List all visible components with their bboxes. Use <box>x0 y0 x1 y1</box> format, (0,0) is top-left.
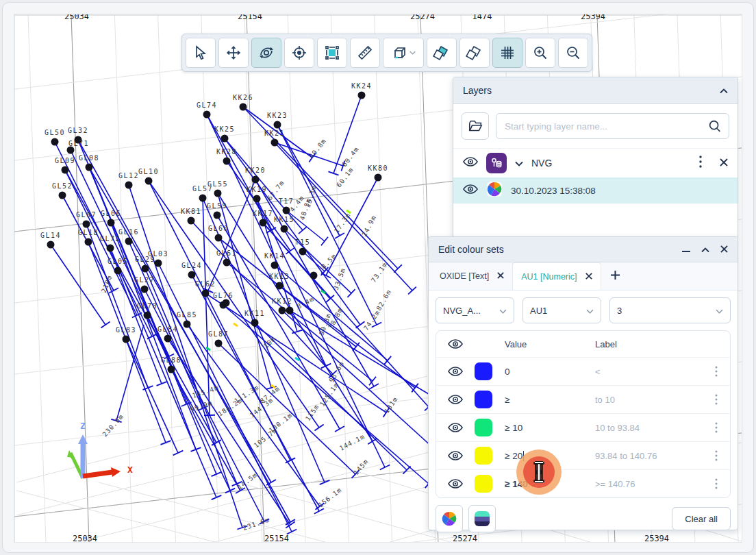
svg-text:GL27: GL27 <box>134 276 155 284</box>
kebab-menu-icon[interactable] <box>703 478 730 489</box>
row-label[interactable]: to 10 <box>595 395 703 405</box>
dropdown-value: AU1 <box>530 306 547 316</box>
gradient-colours-button[interactable] <box>468 505 496 532</box>
svg-text:25034: 25034 <box>73 534 97 543</box>
svg-text:GL06: GL06 <box>101 210 121 217</box>
label-column-header: Label <box>595 339 703 349</box>
collapse-chevron-icon[interactable] <box>701 243 709 256</box>
row-label[interactable]: 10 to 93.84 <box>595 423 703 433</box>
svg-text:145m: 145m <box>352 458 370 477</box>
svg-text:KK24: KK24 <box>351 82 372 90</box>
orbit-tool-button[interactable] <box>251 38 281 68</box>
planes-tool-button[interactable] <box>459 38 490 68</box>
layer-group-row-nvg[interactable]: NVG <box>453 148 738 177</box>
svg-text:GL24: GL24 <box>181 262 202 269</box>
svg-text:25034: 25034 <box>64 14 89 21</box>
open-layer-folder-button[interactable] <box>462 112 489 140</box>
layer-item-row-selected[interactable]: 30.10.2023 15:38:08 <box>453 177 738 204</box>
visibility-eye-icon[interactable] <box>436 338 475 349</box>
edit-colour-sets-panel: Edit colour sets OXIDE [Text] AU1 [Numer… <box>428 236 738 530</box>
colour-swatch[interactable] <box>475 391 505 408</box>
row-value-input[interactable]: 0 <box>505 367 595 377</box>
svg-text:GL08: GL08 <box>79 154 99 162</box>
zoom-in-tool-button[interactable] <box>525 38 555 68</box>
visibility-eye-icon[interactable] <box>436 478 475 489</box>
kebab-menu-icon[interactable] <box>703 422 730 433</box>
svg-text:GL16: GL16 <box>118 228 139 236</box>
minimize-icon[interactable] <box>682 243 690 256</box>
visibility-eye-icon[interactable] <box>463 156 478 170</box>
tab-oxide-text[interactable]: OXIDE [Text] <box>431 262 512 290</box>
grid-tool-button[interactable] <box>492 38 522 68</box>
colour-swatch[interactable] <box>475 475 505 493</box>
svg-text:GL07: GL07 <box>76 211 97 219</box>
svg-text:24.9m: 24.9m <box>360 214 377 238</box>
attribute-dropdown[interactable]: AU1 <box>522 297 601 323</box>
svg-text:74.2m: 74.2m <box>362 308 381 332</box>
visibility-eye-icon[interactable] <box>436 422 475 433</box>
svg-text:KK20: KK20 <box>245 166 266 174</box>
svg-text:GL05: GL05 <box>108 258 128 265</box>
row-label[interactable]: < <box>595 367 703 377</box>
svg-text:GL62: GL62 <box>195 280 216 288</box>
svg-text:GL60: GL60 <box>208 225 229 232</box>
kebab-menu-icon[interactable] <box>690 156 711 171</box>
row-label[interactable]: >= 140.76 <box>595 479 703 489</box>
colour-swatch[interactable] <box>475 447 505 465</box>
zoom-out-tool-button[interactable] <box>558 38 588 68</box>
row-value-input[interactable]: ≥ <box>505 395 595 405</box>
svg-text:GL32: GL32 <box>68 127 88 134</box>
chevron-down-icon <box>706 306 723 316</box>
expand-chevron-icon[interactable] <box>515 157 523 169</box>
colour-swatch[interactable] <box>475 362 505 380</box>
svg-text:GL12: GL12 <box>118 172 139 180</box>
colour-swatch[interactable] <box>475 419 505 436</box>
select-tool-button[interactable] <box>186 38 216 68</box>
close-tab-icon[interactable] <box>497 271 504 281</box>
svg-text:131m: 131m <box>383 395 399 415</box>
collapse-chevron-icon[interactable] <box>720 84 728 97</box>
svg-text:GL87: GL87 <box>208 330 229 338</box>
value-column-header: Value <box>505 339 595 349</box>
colour-set-name-dropdown[interactable]: NVG_A... <box>436 297 514 323</box>
layer-search-input[interactable] <box>496 113 729 139</box>
svg-text:GL50: GL50 <box>45 129 65 136</box>
svg-text:GL74: GL74 <box>197 101 217 109</box>
drillhole-database-icon <box>486 153 507 173</box>
svg-text:GL88: GL88 <box>161 356 181 364</box>
colour-rows-table: Value Label 0<≥to 10≥ 1010 to 93.84≥ 209… <box>436 330 731 498</box>
pan-tool-button[interactable] <box>218 38 249 68</box>
clear-all-button[interactable]: Clear all <box>672 507 731 530</box>
remove-layer-icon[interactable] <box>720 157 728 169</box>
colour-row-2: ≥ 1010 to 93.84 <box>436 413 730 441</box>
focus-tool-button[interactable] <box>284 38 314 68</box>
palette-colours-button[interactable] <box>436 505 463 532</box>
search-icon[interactable] <box>707 119 722 136</box>
row-value-input[interactable]: ≥ 10 <box>505 423 595 433</box>
dropdown-value: NVG_A... <box>443 306 481 316</box>
kebab-menu-icon[interactable] <box>703 366 730 377</box>
kebab-menu-icon[interactable] <box>703 450 730 461</box>
view-cube-tool-button[interactable] <box>383 38 424 68</box>
row-value-input[interactable]: ≥ 140.76 <box>505 479 595 489</box>
visibility-eye-icon[interactable] <box>436 366 475 377</box>
measure-tool-button[interactable] <box>350 38 380 68</box>
svg-text:8.4m: 8.4m <box>296 295 316 310</box>
interval-count-dropdown[interactable]: 3 <box>609 297 731 323</box>
svg-text:GL09: GL09 <box>55 157 75 164</box>
row-label[interactable]: 93.84 to 140.76 <box>595 451 703 461</box>
row-value-input[interactable]: ≥ 20 <box>505 451 595 461</box>
kebab-menu-icon[interactable] <box>703 394 730 405</box>
viewport-toolbar <box>181 34 592 72</box>
visibility-eye-icon[interactable] <box>436 450 475 461</box>
clip-planes-tool-button[interactable] <box>427 38 457 68</box>
box-zoom-tool-button[interactable] <box>317 38 347 68</box>
close-icon[interactable] <box>720 243 728 256</box>
close-tab-icon[interactable] <box>585 272 592 282</box>
visibility-eye-icon[interactable] <box>436 394 475 405</box>
tab-au1-numeric[interactable]: AU1 [Numeric] <box>512 262 601 290</box>
svg-text:GL03: GL03 <box>148 250 168 258</box>
layer-group-name: NVG <box>531 158 552 169</box>
add-tab-button[interactable] <box>601 270 629 282</box>
visibility-eye-icon[interactable] <box>463 184 478 197</box>
